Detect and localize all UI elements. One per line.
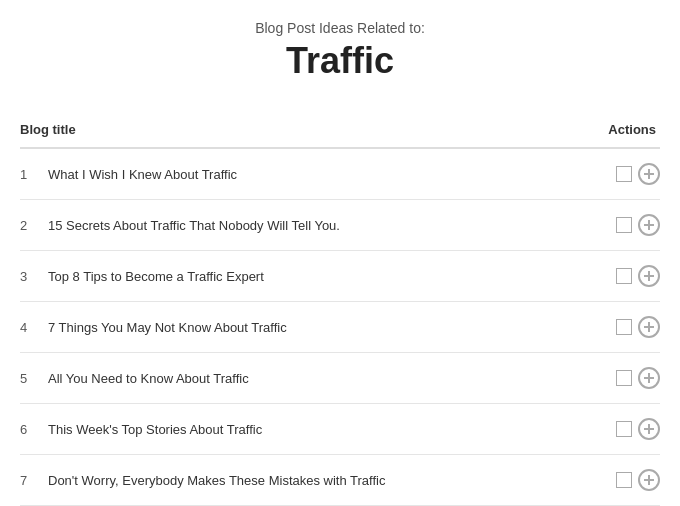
row-number: 5 <box>20 371 48 386</box>
table-row: 5 All You Need to Know About Traffic <box>20 353 660 404</box>
row-actions <box>616 469 660 491</box>
table-row: 6 This Week's Top Stories About Traffic <box>20 404 660 455</box>
col-blog-title-header: Blog title <box>20 122 76 137</box>
row-actions <box>616 265 660 287</box>
table-row: 4 7 Things You May Not Know About Traffi… <box>20 302 660 353</box>
row-actions <box>616 214 660 236</box>
row-title: What I Wish I Knew About Traffic <box>48 167 616 182</box>
row-add-icon[interactable] <box>638 418 660 440</box>
row-number: 2 <box>20 218 48 233</box>
header-subtitle: Blog Post Ideas Related to: <box>0 20 680 36</box>
header-title: Traffic <box>0 40 680 82</box>
row-title: 7 Things You May Not Know About Traffic <box>48 320 616 335</box>
row-number: 6 <box>20 422 48 437</box>
row-number: 1 <box>20 167 48 182</box>
row-actions <box>616 316 660 338</box>
row-add-icon[interactable] <box>638 214 660 236</box>
table-row: 3 Top 8 Tips to Become a Traffic Expert <box>20 251 660 302</box>
row-add-icon[interactable] <box>638 469 660 491</box>
row-checkbox[interactable] <box>616 268 632 284</box>
row-title: All You Need to Know About Traffic <box>48 371 616 386</box>
row-actions <box>616 418 660 440</box>
table-row: 1 What I Wish I Knew About Traffic <box>20 149 660 200</box>
table-header: Blog title Actions <box>20 112 660 149</box>
row-checkbox[interactable] <box>616 319 632 335</box>
row-number: 7 <box>20 473 48 488</box>
row-title: Don't Worry, Everybody Makes These Mista… <box>48 473 616 488</box>
row-add-icon[interactable] <box>638 367 660 389</box>
page-header: Blog Post Ideas Related to: Traffic <box>0 0 680 92</box>
table-row: 2 15 Secrets About Traffic That Nobody W… <box>20 200 660 251</box>
col-actions-header: Actions <box>608 122 660 137</box>
row-checkbox[interactable] <box>616 217 632 233</box>
row-number: 4 <box>20 320 48 335</box>
row-add-icon[interactable] <box>638 163 660 185</box>
row-actions <box>616 163 660 185</box>
table-row: 7 Don't Worry, Everybody Makes These Mis… <box>20 455 660 506</box>
row-actions <box>616 367 660 389</box>
row-checkbox[interactable] <box>616 472 632 488</box>
row-add-icon[interactable] <box>638 265 660 287</box>
blog-ideas-table: Blog title Actions 1 What I Wish I Knew … <box>0 112 680 506</box>
row-title: 15 Secrets About Traffic That Nobody Wil… <box>48 218 616 233</box>
row-title: Top 8 Tips to Become a Traffic Expert <box>48 269 616 284</box>
row-checkbox[interactable] <box>616 166 632 182</box>
row-number: 3 <box>20 269 48 284</box>
row-checkbox[interactable] <box>616 370 632 386</box>
row-add-icon[interactable] <box>638 316 660 338</box>
table-body: 1 What I Wish I Knew About Traffic 2 15 … <box>20 149 660 506</box>
row-title: This Week's Top Stories About Traffic <box>48 422 616 437</box>
row-checkbox[interactable] <box>616 421 632 437</box>
